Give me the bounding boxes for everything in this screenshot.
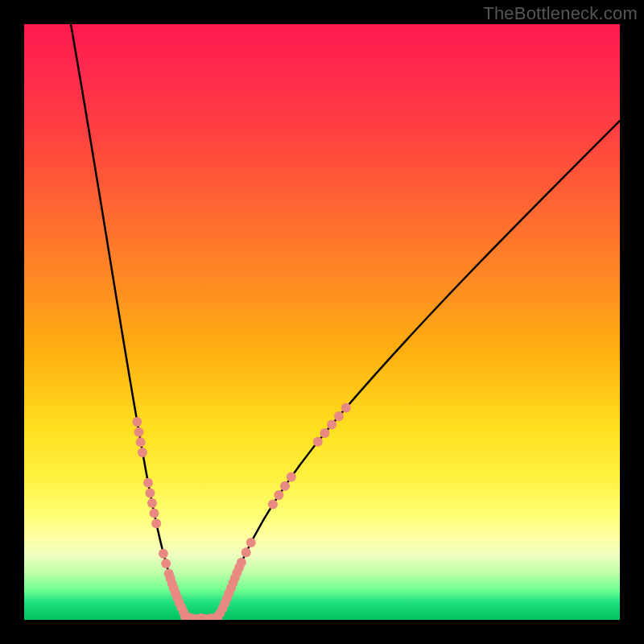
data-dot (246, 538, 256, 547)
chart-frame: TheBottleneck.com (0, 0, 644, 644)
data-dot (313, 437, 323, 447)
data-dot (327, 419, 336, 429)
data-dot (268, 500, 278, 510)
data-dot (132, 417, 142, 427)
data-dot (151, 518, 161, 528)
data-dot (341, 403, 351, 413)
data-dot (242, 547, 251, 557)
data-dot (274, 490, 283, 500)
data-dot (161, 559, 171, 568)
data-dot (287, 472, 296, 481)
data-dot (334, 411, 344, 421)
data-dot (159, 549, 168, 559)
plot-area (24, 24, 620, 620)
data-dot (150, 509, 159, 518)
watermark-text: TheBottleneck.com (483, 3, 638, 24)
curve-left-branch (71, 24, 201, 619)
data-dot (134, 427, 143, 437)
data-dot (320, 428, 329, 438)
data-dot (143, 478, 153, 488)
data-dot (280, 481, 290, 491)
data-dot (136, 437, 146, 447)
data-dot (147, 498, 157, 508)
data-dot (138, 448, 147, 457)
plot-svg (24, 24, 620, 620)
data-dot (145, 488, 155, 497)
curve-right-branch (201, 121, 620, 620)
